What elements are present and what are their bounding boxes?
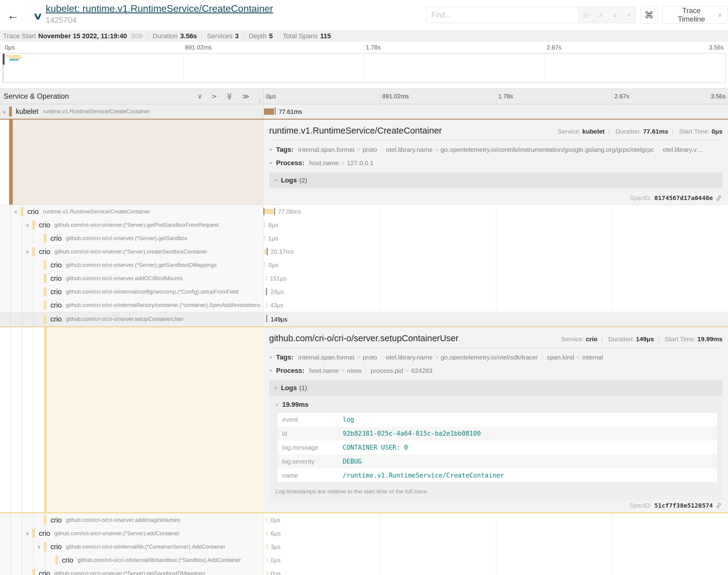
find-clear-icon[interactable]: × [627,11,630,19]
logs-accordion[interactable]: ∨ Logs (2) [269,172,723,188]
span-row[interactable]: ∨crioruntime.v1.RuntimeService/CreateCon… [0,205,728,218]
span-timeline-cell[interactable]: 3μs [264,540,728,553]
span-name-cell: ∨criogithub.com/cri-o/cri-o/server.(*Ser… [0,218,264,232]
span-duration-bar[interactable] [267,571,268,575]
span-duration-bar[interactable] [264,222,265,227]
span-timeline-cell[interactable]: 0μs [264,567,728,575]
divider [269,140,723,140]
span-duration-label: 0μs [271,570,280,575]
operation-name: github.com/cri-o/cri-o/server.(*Server).… [66,262,217,268]
span-log-tick [275,107,275,115]
service-color-bar [44,542,46,551]
span-row[interactable]: criogithub.com/cri-o/cri-o/internal/fact… [0,298,728,312]
row-chevron-down-icon[interactable]: ∨ [26,249,29,255]
row-chevron-down-icon[interactable]: ∨ [26,530,29,537]
span-timeline-cell[interactable]: 20.17ms [264,245,728,258]
service-name: crio [51,543,62,551]
span-timeline-cell[interactable]: 24μs [264,285,728,298]
row-chevron-down-icon[interactable]: ∨ [14,209,18,215]
span-duration-bar[interactable] [267,544,268,549]
back-button[interactable]: ← [0,0,26,30]
span-row[interactable]: ∨criogithub.com/cri-o/cri-o/server.(*Ser… [0,218,728,232]
logs-count: (1) [299,384,307,392]
logs-accordion[interactable]: ∨ Logs (1) [269,380,723,396]
span-duration-bar[interactable] [264,209,274,214]
span-duration-bar[interactable] [266,517,267,522]
find-next-icon[interactable]: ∨ [612,11,618,19]
tree-guide-line [45,553,45,567]
trace-title-link[interactable]: kubelet: runtime.v1.RuntimeService/Creat… [45,3,273,14]
span-timeline-cell[interactable]: 8μs [264,218,728,232]
locate-icon[interactable]: ◎ [583,11,589,19]
span-timeline-cell[interactable]: 77.08ms [264,205,728,218]
log-timestamps-note: Log timestamps are relative to the start… [274,483,718,496]
span-timeline-cell[interactable]: 151μs [264,272,728,285]
span-row[interactable]: ∨criogithub.com/cri-o/cri-o/internal/lib… [0,540,728,553]
summary-value: November 15 2022, 11:19:40 [38,32,127,40]
span-duration-bar[interactable] [264,108,274,115]
span-duration-bar[interactable] [264,236,265,241]
grid-line [496,272,496,285]
span-row[interactable]: criogithub.com/cri-o/cri-o/server.(*Serv… [0,258,728,272]
copy-link-icon[interactable] [716,502,722,509]
top-bar: ← ∨ kubelet: runtime.v1.RuntimeService/C… [0,0,728,30]
span-timeline-cell[interactable]: 6μs [264,527,728,540]
span-duration-bar[interactable] [266,302,267,308]
chevron-right-icon: ∨ [268,148,273,151]
span-duration-label: 0μs [268,262,278,269]
find-input[interactable] [426,7,578,23]
span-timeline-cell[interactable]: 149μs [264,312,728,326]
copy-link-icon[interactable] [716,195,722,201]
row-chevron-down-icon[interactable]: ∨ [37,544,41,550]
find-prev-icon[interactable]: ∧ [598,11,603,19]
span-timeline-cell[interactable]: 43μs [264,298,728,312]
span-duration-bar[interactable] [266,531,267,536]
span-row[interactable]: criogithub.com/cri-o/cri-o/internal/conf… [0,285,728,298]
minimap-canvas[interactable] [2,53,726,83]
span-row[interactable]: ∨criogithub.com/cri-o/cri-o/server.(*Ser… [0,527,728,540]
grid-line [379,285,380,298]
tags-accordion[interactable]: ∨ Tags: internal.span.format=protootel.l… [269,353,723,361]
span-row[interactable]: criogithub.com/cri-o/cri-o/server.(*Serv… [0,567,728,575]
span-row[interactable]: criogithub.com/cri-o/cri-o/internal/lib/… [0,553,728,567]
span-row[interactable]: ∨criogithub.com/cri-o/cri-o/server.(*Ser… [0,245,728,258]
tree-guide-line [10,553,11,567]
span-timeline-cell[interactable]: 0μs [264,513,728,527]
expand-one-icon[interactable]: ∨ [210,94,218,99]
span-id-label: SpanID: [630,502,652,509]
span-timeline-cell[interactable]: 1μs [264,232,728,245]
span-timeline-cell[interactable]: 0μs [264,258,728,272]
span-duration-bar[interactable] [267,557,268,563]
find-group: ◎ ∧ ∨ × [426,7,636,23]
span-row[interactable]: criogithub.com/cri-o/cri-o/server.setupC… [0,312,728,326]
trace-summary-item: Duration3.56s [147,32,197,40]
log-entry-accordion[interactable]: ∨ 19.99ms [274,397,718,412]
collapse-all-icon[interactable]: ≫ [225,93,233,100]
span-duration-bar[interactable] [264,249,267,254]
collapse-one-icon[interactable]: ∨ [197,92,202,100]
span-timeline-cell[interactable]: 0μs [264,553,728,567]
time-tick-label: 0μs [5,44,15,51]
row-chevron-down-icon[interactable]: ∨ [26,222,29,228]
span-row[interactable]: criogithub.com/cri-o/cri-o/server.addIma… [0,513,728,527]
tags-accordion[interactable]: ∨ Tags: internal.span.format=protootel.l… [269,146,723,154]
span-row[interactable]: criogithub.com/cri-o/cri-o/server.(*Serv… [0,232,728,245]
span-row[interactable]: criogithub.com/cri-o/cri-o/server.addOCI… [0,272,728,285]
column-resizer-handle[interactable]: || [259,98,262,103]
span-duration-bar[interactable] [266,276,267,281]
row-chevron-down-icon[interactable]: ∨ [2,108,6,115]
span-name-cell: ∨criogithub.com/cri-o/cri-o/server.(*Ser… [0,527,264,540]
trace-title-chevron-icon[interactable]: ∨ [33,10,43,30]
process-accordion[interactable]: ∨ Process: host.name=nixosprocess.pid=62… [269,367,723,375]
expand-all-icon[interactable]: ≫ [242,92,250,100]
process-accordion[interactable]: ∨ Process: host.name=127.0.0.1 [269,159,723,167]
keyboard-shortcuts-button[interactable]: ⌘ [640,6,658,24]
grid-line [379,205,380,218]
span-duration-bar[interactable] [264,262,265,267]
minimap-scrubber-handle[interactable] [3,54,5,65]
span-timeline-cell[interactable]: 77.61ms [264,104,728,119]
span-row[interactable]: ∨kubeletruntime.v1.RuntimeService/Create… [0,104,728,119]
service-name: crio [51,261,62,269]
summary-label: Duration [153,32,178,40]
trace-view-dropdown[interactable]: Trace Timeline ∨ [662,6,728,24]
